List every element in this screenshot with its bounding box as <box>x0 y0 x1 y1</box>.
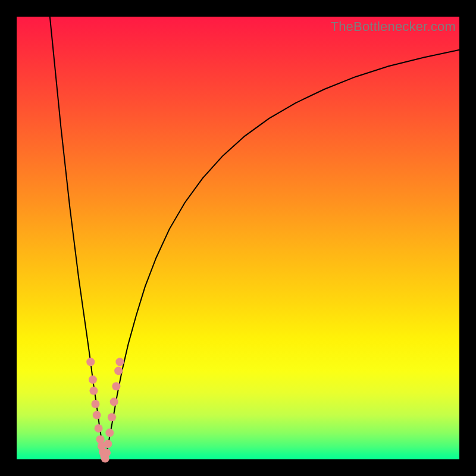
highlight-dot <box>104 440 112 448</box>
highlight-dot <box>86 358 95 366</box>
highlight-dot <box>89 387 98 395</box>
highlight-dot <box>115 358 124 366</box>
chart-svg <box>17 17 459 459</box>
right-curve <box>105 50 459 459</box>
highlight-dot <box>89 375 97 384</box>
highlight-dot <box>110 397 118 406</box>
highlight-dot <box>114 367 123 375</box>
highlight-dot <box>95 424 103 433</box>
highlight-dot <box>108 413 116 421</box>
highlight-dot <box>93 411 101 419</box>
plot-area: TheBottlenecker.com <box>17 17 459 459</box>
highlight-dot <box>102 449 111 457</box>
highlight-dot <box>91 400 99 408</box>
highlight-dot <box>105 428 114 437</box>
highlight-dot <box>112 382 120 390</box>
chart-frame: TheBottlenecker.com <box>0 0 476 476</box>
